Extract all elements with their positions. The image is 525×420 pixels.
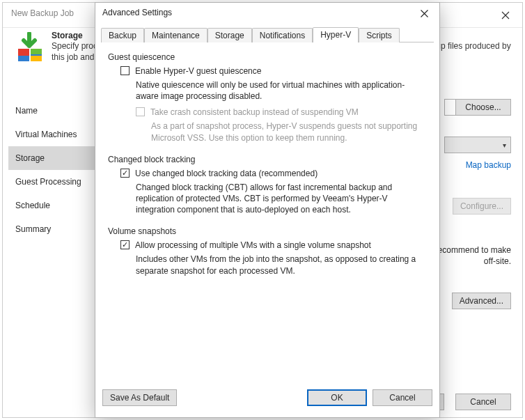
wizard-nav-item[interactable]: Virtual Machines — [8, 123, 106, 146]
close-icon — [501, 11, 510, 20]
advanced-button[interactable]: Advanced... — [452, 293, 511, 309]
configure-button: Configure... — [453, 198, 511, 215]
dialog-tabstrip: BackupMaintenanceStorageNotificationsHyp… — [101, 25, 434, 42]
guest-quiescence-title: Guest quiescence — [108, 52, 427, 62]
enable-quiescence-desc: Native quiescence will only be used for … — [136, 79, 427, 102]
wizard-cancel-button[interactable]: Cancel — [455, 394, 511, 410]
ok-button[interactable]: OK — [307, 389, 367, 406]
wizard-title: New Backup Job — [11, 8, 74, 18]
cbt-desc: Changed block tracking (CBT) allows for … — [136, 182, 427, 216]
choose-button[interactable]: Choose... — [455, 99, 511, 116]
dialog-title: Advanced Settings — [102, 8, 172, 17]
repository-dropdown[interactable]: ▾ — [444, 137, 511, 153]
svg-rect-6 — [31, 56, 42, 61]
crash-consistent-checkbox — [136, 107, 145, 116]
cbt-title: Changed block tracking — [108, 155, 427, 164]
guest-quiescence-group: Guest quiescence Enable Hyper-V guest qu… — [108, 52, 427, 143]
multi-vm-snapshot-checkbox[interactable] — [120, 240, 130, 249]
wizard-nav-item[interactable]: Schedule — [8, 194, 106, 217]
volume-snapshots-title: Volume snapshots — [108, 226, 427, 236]
enable-quiescence-checkbox[interactable] — [120, 66, 130, 75]
cbt-checkbox[interactable] — [120, 169, 130, 178]
svg-rect-4 — [31, 49, 42, 54]
cbt-label: Use changed block tracking data (recomme… — [135, 169, 318, 179]
tab-backup[interactable]: Backup — [101, 28, 144, 42]
volume-snapshots-group: Volume snapshots Allow processing of mul… — [108, 226, 427, 276]
wizard-nav-item[interactable]: Summary — [8, 217, 106, 241]
gfs-hint-2: off-site. — [484, 256, 511, 266]
tab-maintenance[interactable]: Maintenance — [144, 28, 207, 42]
wizard-nav-item[interactable]: Storage — [8, 146, 106, 170]
tab-scripts[interactable]: Scripts — [359, 28, 400, 42]
wizard-nav-item[interactable]: Guest Processing — [8, 170, 106, 194]
wizard-nav-item[interactable]: Name — [8, 99, 106, 123]
save-as-default-button[interactable]: Save As Default — [102, 389, 177, 406]
wizard-close-button[interactable] — [493, 6, 518, 25]
dialog-close-button[interactable] — [412, 4, 437, 22]
cbt-group: Changed block tracking Use changed block… — [108, 155, 427, 216]
close-icon — [421, 10, 428, 17]
dialog-cancel-button[interactable]: Cancel — [373, 389, 432, 406]
svg-rect-5 — [18, 56, 29, 61]
chevron-down-icon: ▾ — [503, 141, 506, 149]
map-backup-link[interactable]: Map backup — [466, 160, 511, 170]
dialog-titlebar: Advanced Settings — [95, 3, 439, 25]
hyperv-tab-pane: Guest quiescence Enable Hyper-V guest qu… — [95, 42, 439, 293]
crash-consistent-label: Take crash consistent backup instead of … — [150, 107, 359, 118]
tab-storage[interactable]: Storage — [207, 28, 252, 42]
tab-hyper-v[interactable]: Hyper-V — [313, 27, 359, 42]
enable-quiescence-label: Enable Hyper-V guest quiescence — [135, 66, 261, 77]
storage-header-icon — [14, 32, 45, 63]
multi-vm-snapshot-desc: Includes other VMs from the job into the… — [136, 254, 427, 276]
wizard-nav: NameVirtual MachinesStorageGuest Process… — [8, 99, 106, 241]
multi-vm-snapshot-label: Allow processing of multiple VMs with a … — [135, 240, 371, 251]
advanced-settings-dialog: Advanced Settings BackupMaintenanceStora… — [95, 2, 440, 418]
crash-consistent-desc: As a part of snapshot process, Hyper-V s… — [151, 120, 427, 143]
svg-rect-3 — [18, 49, 29, 54]
tab-notifications[interactable]: Notifications — [252, 28, 313, 42]
